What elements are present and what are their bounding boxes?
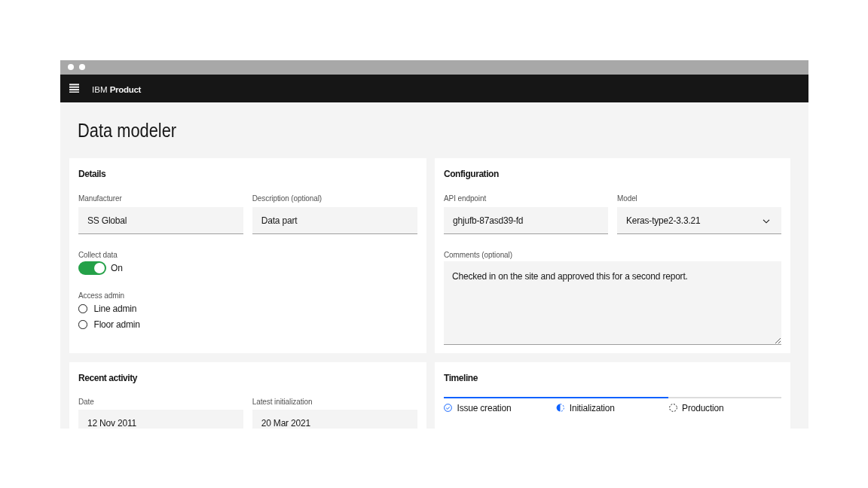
brand-prefix: IBM [92,85,108,94]
brand[interactable]: IBMProduct [92,85,141,94]
collect-data-label: Collect data [78,250,417,261]
step-incomplete-icon [669,404,677,412]
toggle-row: On [78,261,417,275]
collect-data-toggle[interactable] [78,261,106,275]
step-issue-creation[interactable]: Issue creation [444,404,556,413]
comments-textarea[interactable]: Checked in on the site and approved this… [444,261,781,345]
latest-initialization-input[interactable] [252,410,417,429]
recent-activity-field-row: Date Latest initialization [78,397,417,429]
line-admin-radio[interactable] [78,304,87,313]
recent-activity-panel: Recent activity Date Latest initializati… [69,362,426,429]
timeline-progress: Issue creation Initialization Produ [444,397,781,413]
access-admin-label: Access admin [78,291,417,301]
line-admin-label: Line admin [94,303,137,314]
window-dot-1[interactable] [68,64,75,71]
description-input[interactable] [252,207,417,234]
page-content: Data modeler Details Manufacturer Descri… [60,102,808,429]
app-header: IBMProduct [60,75,808,102]
radio-row-floor-admin: Floor admin [78,320,417,329]
toggle-state-text: On [111,263,123,273]
step-label: Production [682,403,723,413]
details-field-row: Manufacturer Description (optional) [78,194,417,234]
model-label: Model [617,194,781,204]
access-admin-group: Access admin Line admin Floor admin [78,291,417,329]
date-field: Date [78,397,243,429]
radio-row-line-admin: Line admin [78,304,417,313]
step-initialization[interactable]: Initialization [556,404,668,413]
chevron-down-icon [763,219,770,224]
api-endpoint-field: API endpoint [444,194,608,234]
brand-name: Product [110,85,141,94]
window-dot-2[interactable] [79,64,86,71]
date-input[interactable] [78,410,243,429]
comments-label: Comments (optional) [444,250,781,261]
model-field: Model Keras-type2-3.3.21 [617,194,781,234]
latest-initialization-label: Latest initialization [252,397,417,407]
model-select-value: Keras-type2-3.3.21 [626,215,700,226]
progress-fill [444,397,668,398]
app-window: IBMProduct Data modeler Details Manufact… [60,60,808,429]
step-current-icon [556,404,564,412]
api-endpoint-input[interactable] [444,207,608,234]
description-label: Description (optional) [252,194,417,204]
latest-initialization-field: Latest initialization [252,397,417,429]
configuration-heading: Configuration [444,168,781,180]
page-title: Data modeler [78,120,176,140]
manufacturer-input[interactable] [78,207,243,234]
timeline-heading: Timeline [444,372,781,384]
model-select[interactable]: Keras-type2-3.3.21 [617,207,781,234]
collect-data-group: Collect data On [78,250,417,276]
manufacturer-field: Manufacturer [78,194,243,234]
progress-track [444,397,781,398]
toggle-knob [94,263,105,273]
api-endpoint-label: API endpoint [444,194,608,204]
step-production[interactable]: Production [669,404,781,413]
manufacturer-label: Manufacturer [78,194,243,204]
menu-icon[interactable] [69,84,80,93]
step-complete-icon [444,404,452,412]
floor-admin-label: Floor admin [94,319,140,330]
timeline-panel: Timeline Issue creation [435,362,790,429]
floor-admin-radio[interactable] [78,320,87,329]
date-label: Date [78,397,243,407]
description-field: Description (optional) [252,194,417,234]
configuration-field-row: API endpoint Model Keras-type2-3.3.21 [444,194,781,234]
details-heading: Details [78,168,417,180]
recent-activity-heading: Recent activity [78,372,417,384]
step-label: Issue creation [457,403,512,413]
timeline-steps: Issue creation Initialization Produ [444,404,781,413]
comments-field: Comments (optional) Checked in on the si… [444,250,781,345]
window-titlebar [60,60,808,75]
configuration-panel: Configuration API endpoint Model Keras-t… [435,158,790,353]
details-panel: Details Manufacturer Description (option… [69,158,426,353]
step-label: Initialization [570,403,615,413]
